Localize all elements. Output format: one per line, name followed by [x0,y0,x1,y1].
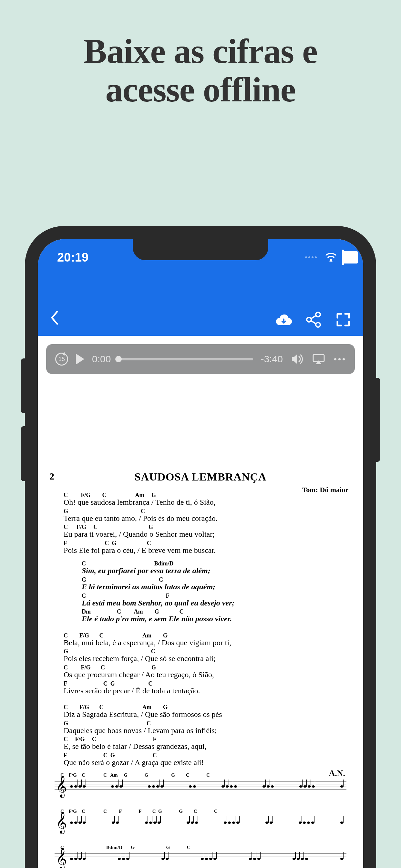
lyric-line: Eu para ti voarei, / Quando o Senhor meu… [64,530,339,539]
phone-notch [133,239,268,260]
treble-clef-icon: 𝄞 [56,813,67,832]
lyric-line: Que não será o gozar / A graça que exist… [64,758,339,767]
lyric-line: Lá está meu bom Senhor, ao qual eu desej… [82,599,339,608]
lyric-line: Sim, eu porfiarei por essa terra de além… [82,566,339,576]
elapsed-time: 0:00 [92,353,111,365]
remaining-time: -3:40 [261,353,283,365]
lyric-line: Oh! que saudosa lembrança / Tenho de ti,… [64,498,339,507]
svg-point-2 [307,317,311,322]
phone-mockup-frame: 20:19 [25,226,376,868]
chord-sheet[interactable]: 2 SAUDOSA LEMBRANÇA Tom: Dó maior C F/G … [46,374,355,868]
play-button[interactable] [76,353,84,365]
verse-1: C F/G C Am G Oh! que saudosa lembrança /… [64,492,339,555]
chord-line: F C G C [64,540,339,546]
promo-line-2: acesse offline [105,70,296,109]
chord-line: G C [82,577,339,583]
phone-screen: 20:19 [38,239,363,868]
navigation-bar [38,304,363,336]
fullscreen-button[interactable] [335,311,351,328]
wifi-icon [325,251,337,265]
lyric-line: Pois Ele foi para o céu, / E breve vem m… [64,546,339,555]
chord-line: C F/G C F [64,736,339,742]
svg-point-1 [316,312,320,317]
chord-line: Dm C Am G C [82,609,339,615]
staff-chord-labels: C F/G C C F F C G G C C [60,809,218,814]
chord-line: G C [64,648,339,654]
chord-line: C Bdim/D [82,561,339,566]
rewind-seconds-label: 15 [58,356,65,363]
staff-line: C F/G C C F F C G G C C 𝄞 [55,810,346,833]
music-notation: C F/G C C Am G G G C C 𝄞 [53,774,348,868]
progress-slider[interactable] [119,358,253,361]
airplay-button[interactable] [312,353,326,365]
svg-point-3 [316,322,320,327]
hymn-number: 2 [50,471,54,482]
verse-2: C F/G C Am G Bela, mui bela, é a esperan… [64,632,339,695]
promo-headline: Baixe as cifras e acesse offline [0,0,401,109]
chord-line: G C [64,720,339,726]
lyric-line: Ele é tudo p'ra mim, e sem Ele não posso… [82,615,339,624]
lyric-line: Os que procuram chegar / Ao teu regaço, … [64,671,339,679]
chord-line: F C G C [64,681,339,686]
chorus: C Bdim/D Sim, eu porfiarei por essa terr… [82,561,339,623]
staff-chord-labels: C Bdim/D G G C [60,845,190,850]
audio-player: 15 0:00 -3:40 [46,344,355,374]
staff-line: C Bdim/D G G C 𝄞 [55,847,346,868]
hymn-title: SAUDOSA LEMBRANÇA [53,471,348,483]
lyric-line: Livres serão de pecar / É de toda a tent… [64,686,339,695]
lyric-line: Terra que eu tanto amo, / Pois és do meu… [64,514,339,523]
lyric-line: Pois eles recebem força, / Que só se enc… [64,654,339,663]
battery-icon [342,251,344,265]
chord-line: C F/G C G [64,664,339,671]
lyric-line: Diz a Sagrada Escritura, / Que são formo… [64,710,339,719]
chord-line: F C G C [64,752,339,758]
status-time: 20:19 [57,251,89,265]
progress-thumb[interactable] [115,356,122,362]
signal-dots-icon [305,256,317,258]
key-signature-label: Tom: Dó maior [302,486,348,494]
treble-clef-icon: 𝄞 [56,777,67,796]
verse-3: C F/G C Am G Diz a Sagrada Escritura, / … [64,704,339,767]
chord-line: C F/G C Am G [64,704,339,710]
back-button[interactable] [50,310,59,330]
lyric-line: E lá terminarei as muitas lutas de aquém… [82,583,339,592]
volume-button[interactable] [290,353,304,365]
download-button[interactable] [275,311,292,328]
lyric-line: Daqueles que boas novas / Levam para os … [64,726,339,735]
chord-line: C F/G C Am G [64,492,339,498]
chord-line: C F [82,593,339,599]
svg-point-0 [330,259,332,261]
share-button[interactable] [305,311,322,328]
more-options-button[interactable] [333,358,346,361]
lyric-line: E, se tão belo é falar / Dessas grandeza… [64,742,339,751]
chord-line: G C [64,508,339,514]
rewind-15-button[interactable]: 15 [55,352,68,366]
content-area: 15 0:00 -3:40 2 SAUDOSA LEMB [38,336,363,868]
staff-line: C F/G C C Am G G G C C 𝄞 [55,774,346,797]
staff-chord-labels: C F/G C C Am G G G C C [60,772,210,778]
lyric-line: Bela, mui bela, é a esperança, / Dos que… [64,639,339,647]
promo-line-1: Baixe as cifras e [84,32,317,70]
chord-line: C F/G C Am G [64,632,339,639]
status-indicators [305,251,344,265]
chord-line: C F/G C G [64,524,339,530]
treble-clef-icon: 𝄞 [56,849,67,868]
